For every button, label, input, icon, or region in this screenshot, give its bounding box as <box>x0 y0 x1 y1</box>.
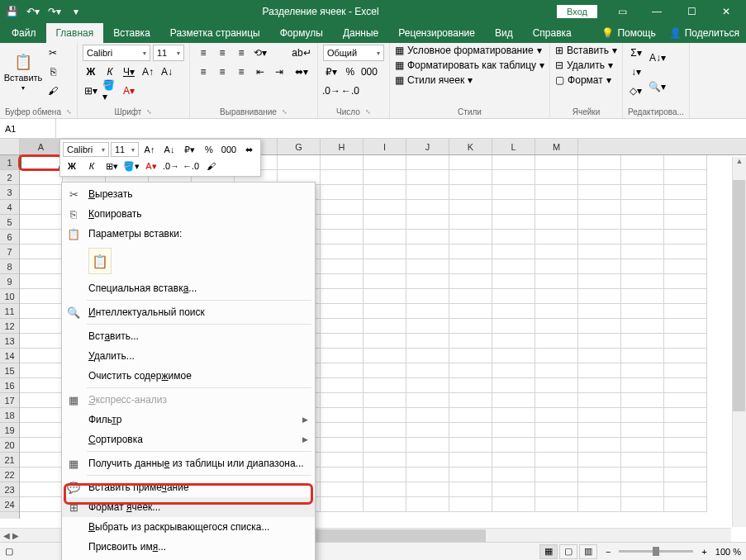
cell[interactable] <box>621 408 664 423</box>
paste-default-icon[interactable]: 📋 <box>88 248 112 274</box>
tab-home[interactable]: Главная <box>46 23 104 43</box>
cell[interactable] <box>535 185 578 200</box>
tab-formulas[interactable]: Формулы <box>270 23 333 43</box>
cell[interactable] <box>20 319 63 334</box>
mini-font-combo[interactable]: Calibri▾ <box>63 142 109 157</box>
cell[interactable] <box>535 244 578 259</box>
cell[interactable] <box>578 185 621 200</box>
cell[interactable] <box>363 215 406 230</box>
mini-merge-icon[interactable]: ⬌ <box>240 142 258 157</box>
font-dialog-launcher[interactable]: ⤡ <box>146 108 152 116</box>
row-header[interactable]: 5 <box>0 215 19 230</box>
cell[interactable] <box>321 378 363 393</box>
cell[interactable] <box>492 259 535 274</box>
cell[interactable] <box>578 438 621 453</box>
mini-grow-font-icon[interactable]: A↑ <box>140 142 159 157</box>
bold-button[interactable]: Ж <box>83 64 99 80</box>
cell[interactable] <box>578 289 621 304</box>
cell[interactable] <box>406 289 449 304</box>
cell[interactable] <box>321 467 363 482</box>
row-header[interactable]: 23 <box>0 482 19 497</box>
cell[interactable] <box>492 170 535 185</box>
minimize-icon[interactable]: — <box>640 0 673 23</box>
cell[interactable] <box>621 200 664 215</box>
percent-format-icon[interactable]: % <box>342 64 359 80</box>
cell[interactable] <box>363 349 406 363</box>
cell[interactable] <box>492 334 535 349</box>
cell[interactable] <box>406 185 449 200</box>
cell[interactable] <box>363 319 406 334</box>
cell[interactable] <box>492 497 535 512</box>
cell[interactable] <box>406 170 449 185</box>
cell[interactable] <box>363 200 406 215</box>
cell[interactable] <box>363 185 406 200</box>
cell[interactable] <box>20 453 63 467</box>
cell[interactable] <box>664 230 707 244</box>
cell[interactable] <box>621 170 664 185</box>
mini-shrink-font-icon[interactable]: A↓ <box>160 142 178 157</box>
cell[interactable] <box>621 155 664 170</box>
ctx-insert[interactable]: Вставить... <box>62 326 315 346</box>
increase-font-icon[interactable]: A↑ <box>140 64 156 80</box>
cell[interactable] <box>321 334 363 349</box>
clear-icon[interactable]: ◇▾ <box>628 83 644 99</box>
mini-font-color-icon[interactable]: A▾ <box>142 159 160 173</box>
cell[interactable] <box>406 438 449 453</box>
row-header[interactable]: 4 <box>0 200 19 215</box>
cell[interactable] <box>535 289 578 304</box>
name-box[interactable]: A1 <box>0 119 56 138</box>
cell[interactable] <box>20 467 63 482</box>
cell[interactable] <box>321 304 363 319</box>
tab-insert[interactable]: Вставка <box>103 23 160 43</box>
undo-icon[interactable]: ↶▾ <box>25 3 41 20</box>
conditional-formatting-button[interactable]: ▦Условное форматирование▾ <box>395 45 544 56</box>
cell[interactable] <box>449 304 492 319</box>
zoom-in-icon[interactable]: + <box>701 547 706 557</box>
cell[interactable] <box>621 289 664 304</box>
cell[interactable] <box>321 393 363 408</box>
cell[interactable] <box>492 200 535 215</box>
col-header[interactable]: G <box>278 139 321 154</box>
cell[interactable] <box>664 349 707 363</box>
italic-button[interactable]: К <box>102 64 118 80</box>
clipboard-dialog-launcher[interactable]: ⤡ <box>66 108 72 116</box>
cell[interactable] <box>535 155 578 170</box>
tab-view[interactable]: Вид <box>485 23 523 43</box>
ctx-smart-lookup[interactable]: 🔍Интеллектуальный поиск <box>62 302 315 322</box>
cell[interactable] <box>535 453 578 467</box>
vertical-scrollbar[interactable]: ▲ <box>732 157 746 527</box>
cell[interactable] <box>449 289 492 304</box>
ctx-dropdown-list[interactable]: Выбрать из раскрывающегося списка... <box>62 517 315 537</box>
close-icon[interactable]: ✕ <box>710 0 743 23</box>
cell[interactable] <box>492 215 535 230</box>
cell[interactable] <box>492 453 535 467</box>
row-header[interactable]: 2 <box>0 170 19 185</box>
cell[interactable] <box>492 319 535 334</box>
cell[interactable] <box>406 482 449 497</box>
cell[interactable] <box>321 438 363 453</box>
row-header[interactable]: 10 <box>0 289 19 304</box>
cell[interactable] <box>449 200 492 215</box>
mini-format-painter-icon[interactable]: 🖌 <box>202 159 220 173</box>
decrease-indent-icon[interactable]: ⇤ <box>252 64 268 80</box>
cell[interactable] <box>535 334 578 349</box>
cell[interactable] <box>621 334 664 349</box>
fill-color-button[interactable]: 🪣▾ <box>102 83 118 99</box>
cell[interactable] <box>492 408 535 423</box>
cell[interactable] <box>20 215 63 230</box>
format-cells-button[interactable]: ▢Формат▾ <box>555 74 617 86</box>
mini-comma-icon[interactable]: 000 <box>220 142 238 157</box>
ctx-define-name[interactable]: Присвоить имя... <box>62 537 315 557</box>
cell[interactable] <box>406 319 449 334</box>
paste-button[interactable]: 📋 Вставить ▾ <box>5 45 41 99</box>
cell[interactable] <box>363 438 406 453</box>
accounting-format-icon[interactable]: ₽▾ <box>323 64 340 80</box>
cell[interactable] <box>449 259 492 274</box>
cell[interactable] <box>406 274 449 289</box>
cell[interactable] <box>406 378 449 393</box>
cell[interactable] <box>363 170 406 185</box>
cell[interactable] <box>406 155 449 170</box>
cell[interactable] <box>664 378 707 393</box>
cell[interactable] <box>20 274 63 289</box>
format-as-table-button[interactable]: ▦Форматировать как таблицу▾ <box>395 59 544 71</box>
